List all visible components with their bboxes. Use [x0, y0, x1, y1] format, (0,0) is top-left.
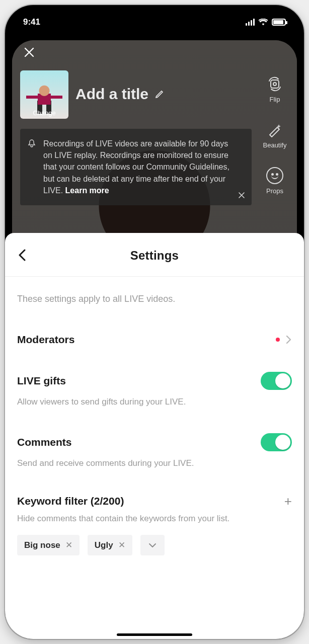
back-icon[interactable] [17, 248, 28, 262]
status-time: 9:41 [23, 17, 40, 27]
row-comments: Comments [17, 407, 292, 451]
props-label: Props [266, 187, 283, 195]
bell-icon [27, 139, 36, 148]
right-tool-column: Flip Beautify Props [260, 75, 290, 213]
comments-title: Comments [17, 436, 72, 448]
cover-thumbnail[interactable]: Change [20, 70, 68, 119]
chevron-right-icon [285, 335, 292, 345]
phone-frame: 9:41 Change Add a title [5, 5, 304, 639]
expand-keywords-button[interactable] [140, 535, 165, 555]
info-learn-more[interactable]: Learn more [65, 186, 109, 195]
add-keyword-button[interactable]: + [284, 495, 292, 508]
status-indicators [246, 19, 286, 26]
flip-icon [266, 75, 283, 93]
svg-point-1 [273, 83, 276, 86]
keyword-chip[interactable]: Ugly ✕ [88, 535, 132, 555]
close-icon[interactable] [23, 46, 35, 58]
row-keyword-filter: Keyword filter (2/200) + [17, 468, 292, 508]
home-indicator [117, 633, 192, 636]
beautify-label: Beautify [263, 141, 287, 149]
live-gifts-sub: Allow viewers to send gifts during your … [17, 390, 292, 407]
comments-sub: Send and receive comments during your LI… [17, 451, 292, 468]
props-button[interactable]: Props [260, 167, 290, 195]
comments-toggle[interactable] [261, 433, 292, 451]
remove-keyword-icon[interactable]: ✕ [118, 540, 125, 550]
sheet-header: Settings [17, 247, 292, 264]
settings-hint: These settings apply to all LIVE videos. [17, 277, 292, 307]
keyword-chip-label: Big nose [24, 540, 60, 550]
settings-sheet: Settings These settings apply to all LIV… [5, 233, 304, 639]
beautify-button[interactable]: Beautify [260, 121, 290, 149]
signal-icon [246, 19, 255, 26]
status-dot [276, 338, 280, 342]
live-gifts-toggle[interactable] [261, 372, 292, 390]
info-close-icon[interactable] [238, 191, 246, 199]
battery-icon [272, 19, 286, 26]
thumbnail-change-label: Change [20, 109, 68, 117]
add-title-row[interactable]: Add a title [75, 86, 165, 103]
flip-button[interactable]: Flip [260, 75, 290, 103]
smile-icon [266, 167, 283, 184]
add-title-placeholder: Add a title [75, 86, 148, 103]
row-moderators[interactable]: Moderators [17, 307, 292, 346]
remove-keyword-icon[interactable]: ✕ [65, 540, 72, 550]
keyword-chip-list: Big nose ✕ Ugly ✕ [17, 524, 292, 555]
pencil-icon [154, 89, 165, 99]
status-bar: 9:41 [5, 13, 304, 31]
wifi-icon [259, 19, 268, 26]
moderators-title: Moderators [17, 334, 74, 346]
live-gifts-title: LIVE gifts [17, 375, 66, 387]
keyword-filter-sub: Hide comments that contain the keywords … [17, 508, 292, 524]
flip-label: Flip [270, 96, 280, 103]
row-live-gifts: LIVE gifts [17, 346, 292, 390]
page-title: Settings [130, 249, 179, 263]
keyword-filter-title: Keyword filter (2/200) [17, 495, 124, 507]
keyword-chip-label: Ugly [95, 540, 113, 550]
keyword-chip[interactable]: Big nose ✕ [17, 535, 80, 555]
svg-rect-0 [271, 80, 279, 88]
wand-icon [266, 121, 283, 138]
info-banner: Recordings of LIVE videos are available … [20, 129, 252, 205]
chevron-down-icon [148, 542, 157, 548]
